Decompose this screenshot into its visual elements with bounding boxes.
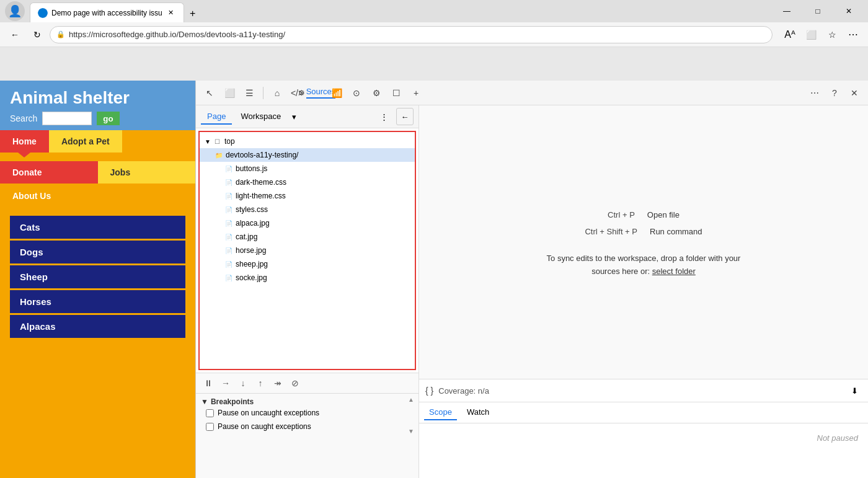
tree-item-alpaca[interactable]: 📄 alpaca.jpg [200, 216, 415, 230]
workspace-tab[interactable]: Workspace [234, 109, 287, 125]
new-tab-button[interactable]: + [184, 5, 202, 22]
split-screen-button[interactable]: ⬜ [801, 25, 821, 45]
about-button[interactable]: About Us [0, 184, 195, 208]
inspect-element-button[interactable]: ↖ [201, 84, 218, 102]
sync-text-2: sources here or: [591, 267, 650, 276]
scope-tab[interactable]: Scope [424, 405, 457, 420]
add-panel-button[interactable]: + [407, 84, 425, 102]
address-bar[interactable]: 🔒 https://microsoftedge.github.io/Demos/… [50, 26, 773, 43]
read-aloud-button[interactable]: Aᴬ [780, 25, 800, 45]
reload-button[interactable]: ↻ [27, 25, 47, 45]
tree-item-buttons-js[interactable]: 📄 buttons.js [200, 162, 415, 175]
maximize-button[interactable]: □ [804, 2, 832, 20]
profile-icon[interactable]: 👤 [5, 1, 25, 21]
tab-close-button[interactable]: ✕ [166, 8, 176, 18]
watch-tab[interactable]: Watch [462, 405, 494, 420]
devtools-toolbar: ↖ ⬜ ☰ ⌂ </> ⚙ Sources 📶 ⊙ ⚙ ☐ + ⋯ ? ✕ [196, 81, 868, 105]
more-panels-button[interactable]: ⋯ [806, 84, 823, 102]
coverage-download-button[interactable]: ⬇ [847, 383, 862, 398]
shortcut-key-open: Ctrl + P [608, 210, 635, 219]
breakpoints-header: ▼ Breakpoints [201, 397, 414, 406]
search-go-button[interactable]: go [97, 112, 119, 125]
shortcut-desc-run: Run command [650, 227, 702, 236]
tree-label-sheep-file: sheep.jpg [236, 260, 268, 268]
breakpoint-caught-label: Pause on caught exceptions [218, 422, 311, 431]
animal-item-alpacas[interactable]: Alpacas [10, 315, 185, 338]
coverage-label: Coverage: n/a [438, 386, 489, 396]
active-tab[interactable]: Demo page with accessibility issu ✕ [30, 2, 184, 22]
shortcut-row-open: Ctrl + P Open file [608, 210, 680, 219]
close-button[interactable]: ✕ [835, 2, 863, 20]
step-into-button[interactable]: ↓ [236, 376, 250, 391]
animal-item-cats[interactable]: Cats [10, 216, 185, 239]
coverage-bar: { } Coverage: n/a ⬇ [419, 379, 868, 402]
kebab-menu-button[interactable]: ⋮ [376, 109, 391, 124]
select-folder-link[interactable]: select folder [652, 267, 696, 276]
animal-item-horses[interactable]: Horses [10, 290, 185, 313]
navigate-back-button[interactable]: ← [396, 108, 414, 125]
tree-label-dir: devtools-a11y-testing/ [226, 151, 298, 159]
sources-panel-button[interactable]: ⚙ Sources [308, 84, 326, 102]
file-icon-img-cat: 📄 [224, 232, 233, 242]
close-devtools-button[interactable]: ✕ [846, 84, 863, 102]
tree-item-light-css[interactable]: 📄 light-theme.css [200, 189, 415, 203]
application-panel-button[interactable]: ⚙ [368, 84, 385, 102]
not-paused-text: Not paused [419, 423, 868, 453]
network-panel-button[interactable]: 📶 [328, 84, 345, 102]
tree-item-styles-css[interactable]: 📄 styles.css [200, 203, 415, 216]
adopt-button[interactable]: Adopt a Pet [49, 130, 122, 153]
search-label: Search [10, 113, 37, 123]
performance-panel-button[interactable]: ⊙ [348, 84, 365, 102]
help-button[interactable]: ? [826, 84, 843, 102]
tab-title: Demo page with accessibility issu [51, 9, 162, 17]
deactivate-breakpoints-button[interactable]: ⊘ [288, 376, 303, 391]
tree-item-sheep-file[interactable]: 📄 sheep.jpg [200, 257, 415, 271]
file-tree: ▼ ☐ top 📁 devtools-a11y-testing/ 📄 butto… [198, 131, 416, 370]
workspace-sync-text: To sync edits to the workspace, drop a f… [547, 252, 741, 278]
breakpoint-caught: Pause on caught exceptions [201, 420, 414, 433]
file-icon-img-sheep: 📄 [224, 259, 233, 269]
tree-item-cat[interactable]: 📄 cat.jpg [200, 230, 415, 244]
url-text: https://microsoftedge.github.io/Demos/de… [69, 30, 285, 39]
device-emulation-button[interactable]: ⬜ [221, 84, 238, 102]
file-icon-img-socke: 📄 [224, 273, 233, 283]
elements-panel-button[interactable]: ⌂ [268, 84, 286, 102]
tree-label-horse: horse.jpg [236, 246, 266, 255]
file-icon-img-alpaca: 📄 [224, 218, 233, 228]
back-button[interactable]: ← [5, 25, 25, 45]
donate-button[interactable]: Donate [0, 161, 98, 184]
step-button[interactable]: ↠ [270, 376, 285, 391]
home-button[interactable]: Home [0, 130, 49, 153]
tabs-dropdown-button[interactable]: ▾ [292, 112, 296, 122]
animal-item-dogs[interactable]: Dogs [10, 241, 185, 263]
bottom-right-panel: { } Coverage: n/a ⬇ Scope Watch Not paus… [419, 379, 868, 478]
scroll-up-button[interactable]: ▲ [408, 396, 414, 403]
tree-item-top[interactable]: ▼ ☐ top [200, 135, 415, 148]
jobs-button[interactable]: Jobs [98, 161, 196, 184]
scroll-down-button[interactable]: ▼ [408, 428, 414, 435]
tree-item-dark-css[interactable]: 📄 dark-theme.css [200, 175, 415, 189]
scope-watch-tabs: Scope Watch [419, 402, 868, 423]
site-title: Animal shelter [10, 88, 185, 108]
site-header: Animal shelter Search go [0, 81, 195, 130]
page-tab[interactable]: Page [201, 109, 232, 125]
tree-item-dir[interactable]: 📁 devtools-a11y-testing/ [200, 148, 415, 162]
breakpoint-caught-checkbox[interactable] [206, 423, 214, 431]
pause-resume-button[interactable]: ⏸ [201, 376, 216, 391]
toolbar-separator [263, 87, 264, 99]
lock-icon: 🔒 [56, 30, 65, 38]
step-over-button[interactable]: → [218, 376, 233, 391]
tree-item-socke[interactable]: 📄 socke.jpg [200, 271, 415, 285]
breakpoint-uncaught-checkbox[interactable] [206, 409, 214, 417]
search-input[interactable] [42, 112, 92, 125]
edge-favicon [38, 8, 48, 18]
tree-item-horse[interactable]: 📄 horse.jpg [200, 244, 415, 257]
favorites-button[interactable]: ☆ [822, 25, 842, 45]
toggle-sidebar-button[interactable]: ☰ [241, 84, 258, 102]
sources-tabs: Page Workspace ▾ ⋮ ← [196, 105, 418, 128]
step-out-button[interactable]: ↑ [253, 376, 268, 391]
settings-button[interactable]: ⋯ [843, 25, 863, 45]
minimize-button[interactable]: — [773, 2, 801, 20]
memory-panel-button[interactable]: ☐ [388, 84, 405, 102]
animal-item-sheep[interactable]: Sheep [10, 265, 185, 288]
